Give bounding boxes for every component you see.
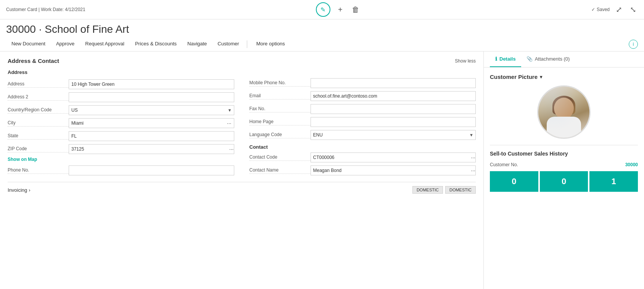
nav-customer[interactable]: Customer (212, 37, 244, 51)
contact-name-value: ··· (311, 165, 476, 175)
tab-details-label: Details (499, 56, 516, 62)
contact-code-label: Contact Code (250, 154, 311, 161)
phone-value (69, 165, 234, 175)
mobile-label: Mobile Phone No. (250, 80, 311, 87)
homepage-value (311, 117, 476, 127)
show-less-button[interactable]: Show less (455, 58, 476, 64)
tab-details[interactable]: ℹ Details (490, 51, 521, 67)
edit-button[interactable]: ✎ (316, 2, 330, 17)
invoicing-link[interactable]: Invoicing › (8, 187, 31, 193)
zip-value: ··· (69, 144, 234, 154)
city-field-row: City ··· (8, 118, 234, 128)
badge-domestic-2: DOMESTIC (445, 186, 476, 194)
language-select-wrapper: ENU ▼ (311, 130, 476, 140)
country-select[interactable]: US (69, 105, 234, 115)
homepage-field-row: Home Page (250, 117, 476, 127)
contact-code-input[interactable] (311, 154, 471, 161)
delete-button[interactable]: 🗑 (350, 4, 361, 16)
customer-photo (537, 85, 591, 139)
customer-photo-container (490, 85, 638, 139)
email-label: Email (250, 93, 311, 100)
mobile-input[interactable] (311, 78, 476, 88)
details-icon: ℹ (495, 56, 497, 62)
zip-dots-button[interactable]: ··· (229, 146, 234, 152)
expand-button[interactable]: ⤢ (614, 3, 624, 16)
country-label: Country/Region Code (8, 107, 69, 114)
fax-value (311, 104, 476, 114)
nav-prices-discounts[interactable]: Prices & Discounts (130, 37, 182, 51)
contact-code-field-row: Contact Code ··· (250, 152, 476, 163)
homepage-input[interactable] (311, 117, 476, 127)
photo-person (538, 87, 589, 138)
address-group-title: Address (8, 69, 234, 75)
phone-input[interactable] (69, 165, 234, 175)
address2-input[interactable] (69, 92, 234, 102)
nav-new-document[interactable]: New Document (6, 37, 51, 51)
city-dots-button[interactable]: ··· (227, 120, 232, 126)
left-content: Address & Contact Show less Address Addr… (0, 51, 484, 289)
edit-icon: ✎ (320, 6, 325, 13)
tab-attachments[interactable]: 📎 Attachments (0) (521, 51, 575, 67)
panel-tabs: ℹ Details 📎 Attachments (0) (484, 51, 644, 67)
state-input[interactable] (69, 131, 234, 141)
nav-request-approval[interactable]: Request Approval (80, 37, 130, 51)
main-layout: Address & Contact Show less Address Addr… (0, 51, 644, 289)
phone-label: Phone No. (8, 167, 69, 174)
nav-more-options[interactable]: More options (251, 37, 290, 51)
contact-name-field-row: Contact Name ··· (250, 165, 476, 176)
state-value (69, 131, 234, 141)
zip-input[interactable] (69, 145, 229, 153)
nav-divider (247, 40, 247, 48)
language-label: Language Code (250, 132, 311, 138)
customer-picture-title: Customer Picture ▾ (490, 74, 638, 80)
add-button[interactable]: + (336, 4, 344, 16)
customer-no-value[interactable]: 30000 (625, 162, 638, 167)
saved-label: Saved (597, 7, 610, 12)
city-label: City (8, 120, 69, 127)
address-input[interactable] (69, 79, 234, 89)
checkmark-icon: ✓ (591, 7, 595, 12)
nav-approve[interactable]: Approve (51, 37, 80, 51)
country-select-wrapper: US ▼ (69, 105, 234, 115)
left-column: Address Address Address 2 Country/Region… (8, 69, 234, 178)
fax-field-row: Fax No. (250, 104, 476, 114)
toolbar-right: ✓ Saved ⤢ ⤡ (591, 3, 638, 16)
collapse-button[interactable]: ⤡ (628, 3, 638, 16)
address2-value (69, 92, 234, 102)
fax-input[interactable] (311, 104, 476, 114)
zip-field-row: ZIP Code ··· (8, 144, 234, 154)
city-input-dots: ··· (69, 118, 234, 128)
sales-tile-2[interactable]: 1 (589, 171, 638, 192)
contact-group-title: Contact (250, 144, 476, 150)
right-column: Mobile Phone No. Email Fax No. (250, 69, 476, 178)
tab-attachments-label: Attachments (0) (535, 56, 570, 62)
collapse-icon: ⤡ (630, 5, 636, 14)
sales-tile-1[interactable]: 0 (540, 171, 588, 192)
info-button[interactable]: i (629, 40, 638, 49)
sales-tile-0[interactable]: 0 (490, 171, 538, 192)
homepage-label: Home Page (250, 119, 311, 125)
contact-name-dots-button[interactable]: ··· (471, 168, 475, 173)
show-on-map-link[interactable]: Show on Map (8, 157, 234, 162)
mobile-field-row: Mobile Phone No. (250, 78, 476, 88)
contact-name-input[interactable] (311, 167, 471, 174)
saved-status: ✓ Saved (591, 7, 610, 12)
contact-code-dots-button[interactable]: ··· (471, 155, 475, 160)
section-header: Address & Contact Show less (8, 58, 476, 64)
contact-code-value: ··· (311, 153, 476, 162)
fax-label: Fax No. (250, 106, 311, 112)
section-title: Address & Contact (8, 58, 59, 64)
delete-icon: 🗑 (352, 5, 359, 14)
nav-navigate[interactable]: Navigate (182, 37, 212, 51)
country-value: US ▼ (69, 105, 234, 115)
page-title: 30000 · School of Fine Art (0, 19, 644, 37)
sales-tiles: 0 0 1 (490, 171, 638, 192)
language-value: ENU ▼ (311, 130, 476, 140)
city-input[interactable] (71, 120, 227, 126)
language-select[interactable]: ENU (311, 130, 476, 140)
email-value (311, 91, 476, 101)
zip-label: ZIP Code (8, 146, 69, 153)
state-field-row: State (8, 131, 234, 141)
email-input[interactable] (311, 91, 476, 101)
language-field-row: Language Code ENU ▼ (250, 130, 476, 140)
